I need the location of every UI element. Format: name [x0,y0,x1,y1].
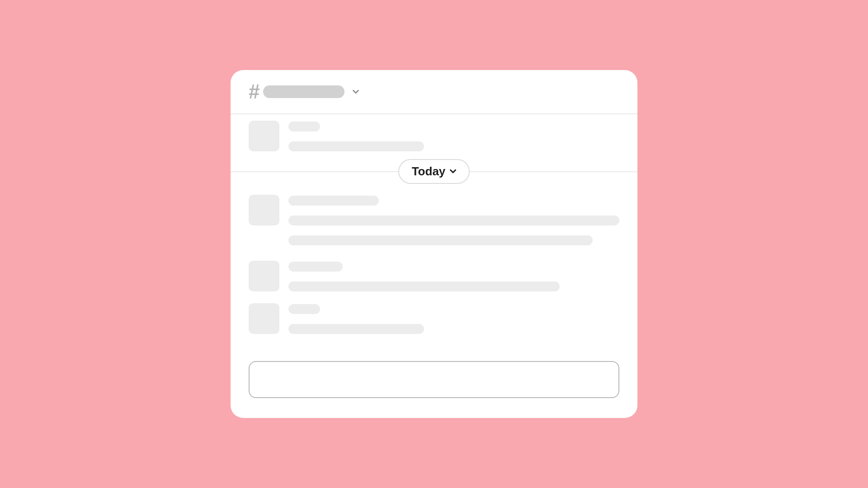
message-content [288,261,619,291]
placeholder-line [288,282,560,291]
placeholder-line [288,324,424,334]
date-divider-label: Today [412,164,446,178]
chevron-down-icon [351,87,361,97]
message-row [231,191,637,249]
chevron-down-icon [448,166,458,176]
message-row [231,257,637,295]
avatar [249,195,279,225]
composer-area [231,361,637,418]
hash-icon: # [249,82,259,102]
message-content [288,195,619,245]
placeholder-line [288,262,343,272]
placeholder-line [288,216,619,225]
message-content [288,303,619,334]
message-content [288,121,619,151]
message-row [231,300,637,338]
channel-header[interactable]: # [231,70,637,114]
date-divider: Today [231,158,637,185]
message-row [231,117,637,155]
placeholder-line [288,141,424,151]
message-list: Today [231,114,637,361]
channel-name-placeholder [263,85,344,98]
message-input[interactable] [249,361,619,398]
placeholder-line [288,304,320,314]
placeholder-line [288,196,379,206]
avatar [249,261,279,291]
placeholder-line [288,122,320,131]
avatar [249,303,279,334]
placeholder-line [288,235,593,245]
avatar [249,121,279,151]
date-divider-button[interactable]: Today [398,159,470,184]
chat-window: # Today [231,70,637,418]
